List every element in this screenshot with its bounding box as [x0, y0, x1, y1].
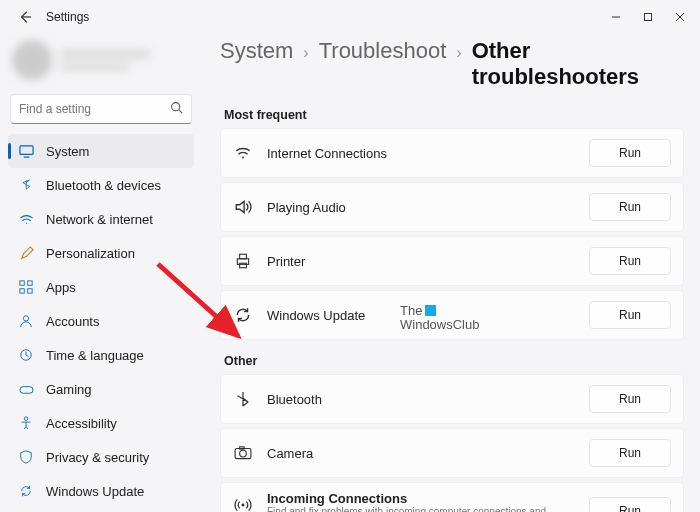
wifi-icon	[233, 143, 253, 163]
sidebar-item-bluetooth[interactable]: Bluetooth & devices	[8, 168, 194, 202]
back-button[interactable]	[14, 6, 36, 28]
svg-rect-12	[19, 386, 32, 393]
sidebar-item-label: Gaming	[46, 382, 92, 397]
svg-point-14	[242, 157, 244, 159]
printer-icon	[233, 251, 253, 271]
svg-rect-7	[28, 281, 32, 285]
gaming-icon	[18, 381, 34, 397]
svg-rect-6	[20, 281, 24, 285]
system-icon	[18, 143, 34, 159]
sidebar-item-accessibility[interactable]: Accessibility	[8, 406, 194, 440]
sidebar-item-time[interactable]: Time & language	[8, 338, 194, 372]
troubleshooter-label: Incoming Connections	[267, 491, 575, 506]
titlebar: Settings	[0, 0, 700, 34]
sidebar-item-label: Accounts	[46, 314, 99, 329]
run-button[interactable]: Run	[589, 193, 671, 221]
svg-line-3	[179, 110, 182, 113]
svg-rect-1	[645, 14, 652, 21]
troubleshooter-row: Printer Run	[220, 236, 684, 286]
troubleshooter-label: Camera	[267, 446, 313, 461]
sidebar-item-accounts[interactable]: Accounts	[8, 304, 194, 338]
troubleshooter-label: Playing Audio	[267, 200, 346, 215]
run-button[interactable]: Run	[589, 139, 671, 167]
run-button[interactable]: Run	[589, 301, 671, 329]
svg-rect-9	[28, 289, 32, 293]
section-title-other: Other	[224, 354, 684, 368]
run-button[interactable]: Run	[589, 439, 671, 467]
run-button[interactable]: Run	[589, 385, 671, 413]
troubleshooter-row: Internet Connections Run	[220, 128, 684, 178]
svg-point-21	[242, 504, 245, 507]
apps-icon	[18, 279, 34, 295]
wifi-icon	[18, 211, 34, 227]
avatar	[12, 40, 52, 80]
close-button[interactable]	[664, 3, 696, 31]
troubleshooter-sublabel: Find and fix problems with incoming comp…	[267, 506, 575, 512]
troubleshooter-row: Incoming Connections Find and fix proble…	[220, 482, 684, 512]
sidebar-item-label: Apps	[46, 280, 76, 295]
troubleshooter-row: Camera Run	[220, 428, 684, 478]
settings-window: Settings System Bluetooth & devices	[0, 0, 700, 512]
sidebar-item-label: System	[46, 144, 89, 159]
sidebar-item-label: Bluetooth & devices	[46, 178, 161, 193]
chevron-right-icon: ›	[456, 44, 461, 62]
troubleshooter-row: Windows Update Run	[220, 290, 684, 340]
sidebar-item-network[interactable]: Network & internet	[8, 202, 194, 236]
chevron-right-icon: ›	[303, 44, 308, 62]
camera-icon	[233, 443, 253, 463]
troubleshooter-label: Printer	[267, 254, 305, 269]
sidebar-item-label: Time & language	[46, 348, 144, 363]
sidebar-item-label: Windows Update	[46, 484, 144, 499]
troubleshooter-row: Bluetooth Run	[220, 374, 684, 424]
profile-email	[60, 63, 130, 71]
breadcrumb-system[interactable]: System	[220, 38, 293, 64]
sidebar: System Bluetooth & devices Network & int…	[0, 34, 202, 512]
sidebar-item-system[interactable]: System	[8, 134, 194, 168]
bluetooth-icon	[18, 177, 34, 193]
run-button[interactable]: Run	[589, 247, 671, 275]
main-content: System › Troubleshoot › Other troublesho…	[202, 34, 700, 512]
sidebar-item-label: Privacy & security	[46, 450, 149, 465]
sync-icon	[233, 305, 253, 325]
search-icon	[170, 100, 183, 118]
nav-list: System Bluetooth & devices Network & int…	[8, 134, 194, 508]
profile[interactable]	[8, 36, 194, 92]
sidebar-item-update[interactable]: Windows Update	[8, 474, 194, 508]
sidebar-item-label: Personalization	[46, 246, 135, 261]
search-input[interactable]	[10, 94, 192, 124]
svg-rect-4	[19, 145, 32, 153]
svg-point-19	[240, 450, 247, 457]
brush-icon	[18, 245, 34, 261]
window-controls	[600, 3, 696, 31]
svg-rect-16	[240, 254, 247, 259]
sidebar-item-label: Accessibility	[46, 416, 117, 431]
bluetooth-icon	[233, 389, 253, 409]
troubleshooter-label: Internet Connections	[267, 146, 387, 161]
troubleshooter-row: Playing Audio Run	[220, 182, 684, 232]
sidebar-item-personalization[interactable]: Personalization	[8, 236, 194, 270]
sidebar-item-apps[interactable]: Apps	[8, 270, 194, 304]
section-title-most-frequent: Most frequent	[224, 108, 684, 122]
sidebar-item-privacy[interactable]: Privacy & security	[8, 440, 194, 474]
svg-point-10	[23, 316, 28, 321]
breadcrumb-troubleshoot[interactable]: Troubleshoot	[319, 38, 447, 64]
clock-icon	[18, 347, 34, 363]
troubleshooter-label: Windows Update	[267, 308, 365, 323]
svg-rect-8	[20, 289, 24, 293]
sidebar-item-gaming[interactable]: Gaming	[8, 372, 194, 406]
person-icon	[18, 313, 34, 329]
page-title: Other troubleshooters	[472, 38, 684, 90]
accessibility-icon	[18, 415, 34, 431]
profile-name	[60, 49, 150, 59]
svg-point-13	[24, 417, 28, 421]
update-icon	[18, 483, 34, 499]
sidebar-item-label: Network & internet	[46, 212, 153, 227]
troubleshooter-label: Bluetooth	[267, 392, 322, 407]
signal-icon	[233, 495, 253, 512]
run-button[interactable]: Run	[589, 497, 671, 513]
svg-point-2	[172, 103, 180, 111]
search-field[interactable]	[19, 102, 170, 116]
shield-icon	[18, 449, 34, 465]
maximize-button[interactable]	[632, 3, 664, 31]
minimize-button[interactable]	[600, 3, 632, 31]
